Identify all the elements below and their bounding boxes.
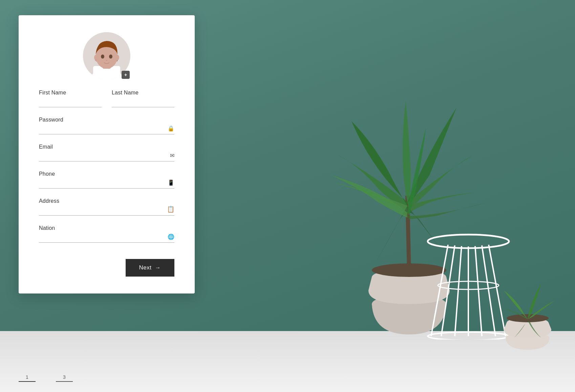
page-1-line <box>19 381 36 382</box>
nation-group: Nation 🌐 <box>39 225 174 243</box>
phone-input[interactable] <box>39 179 174 189</box>
avatar-add-button[interactable]: + <box>122 71 130 79</box>
svg-point-24 <box>95 59 97 61</box>
page-3-number: 3 <box>63 374 66 380</box>
svg-line-9 <box>482 245 495 336</box>
svg-point-14 <box>507 314 549 322</box>
page-1-number: 1 <box>26 374 28 380</box>
page-3-item: 3 <box>56 374 73 382</box>
svg-line-8 <box>475 246 482 336</box>
next-button-arrow: → <box>155 264 161 271</box>
password-group: Password 🔒 <box>39 117 174 134</box>
next-button[interactable]: Next → <box>126 259 174 277</box>
last-name-input[interactable] <box>112 98 174 107</box>
address-label: Address <box>39 198 174 204</box>
svg-line-6 <box>455 246 462 336</box>
plant-area <box>203 0 575 392</box>
form-fields: First Name Last Name Password 🔒 Email ✉ … <box>39 90 174 252</box>
svg-line-4 <box>431 245 448 336</box>
svg-point-20 <box>101 55 104 59</box>
first-name-input[interactable] <box>39 98 102 107</box>
next-button-label: Next <box>139 264 152 271</box>
first-name-group: First Name <box>39 90 102 107</box>
phone-group: Phone 📱 <box>39 171 174 189</box>
last-name-group: Last Name <box>112 90 174 107</box>
avatar-area: + <box>83 32 130 80</box>
password-input[interactable] <box>39 125 174 134</box>
email-input[interactable] <box>39 152 174 161</box>
address-group: Address 📋 <box>39 198 174 216</box>
phone-icon: 📱 <box>168 179 174 186</box>
nation-input[interactable] <box>39 233 174 243</box>
svg-point-21 <box>109 55 112 59</box>
nation-icon: 🌐 <box>168 234 174 240</box>
add-icon: + <box>124 72 127 78</box>
email-group: Email ✉ <box>39 144 174 161</box>
svg-point-23 <box>116 55 119 60</box>
email-icon: ✉ <box>170 152 174 159</box>
last-name-label: Last Name <box>112 90 174 96</box>
pagination: 1 3 <box>19 374 195 382</box>
form-card: + First Name Last Name Password 🔒 Email … <box>19 15 195 293</box>
first-name-label: First Name <box>39 90 102 96</box>
email-label: Email <box>39 144 174 150</box>
phone-label: Phone <box>39 171 174 177</box>
address-input[interactable] <box>39 206 174 216</box>
lock-icon: 🔒 <box>168 125 174 132</box>
page-1-item: 1 <box>19 374 36 382</box>
password-label: Password <box>39 117 174 123</box>
nation-label: Nation <box>39 225 174 231</box>
small-plant-svg <box>494 270 561 351</box>
svg-line-5 <box>441 245 455 336</box>
name-row: First Name Last Name <box>39 90 174 117</box>
page-3-line <box>56 381 73 382</box>
address-icon: 📋 <box>167 205 174 213</box>
svg-point-3 <box>428 235 509 248</box>
